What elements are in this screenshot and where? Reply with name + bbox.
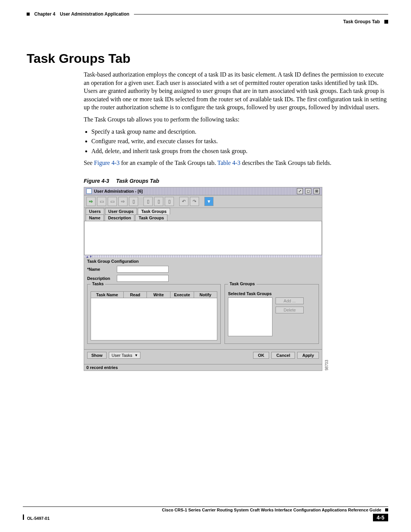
tasks-legend: Tasks — [91, 281, 105, 286]
toolbar-icon[interactable]: ▯ — [165, 197, 174, 206]
tasks-grid-body[interactable] — [91, 298, 217, 340]
running-header: Chapter 4 User Administration Applicatio… — [27, 11, 388, 24]
splitter[interactable]: ▲▼ — [84, 255, 322, 257]
redo-icon[interactable]: ↷ — [190, 197, 199, 206]
list-area[interactable] — [84, 221, 322, 255]
paragraph-1: Task-based authorization employs the con… — [84, 70, 388, 112]
show-dropdown[interactable]: User Tasks ▼ — [109, 352, 140, 359]
titlebar: User Administration - [6] ⤢ ◻ ⊠ — [84, 187, 322, 195]
header-marker — [27, 13, 30, 16]
minimize-icon[interactable]: ⤢ — [297, 188, 303, 194]
add-button[interactable]: Add ... — [276, 297, 304, 304]
toolbar-icon[interactable]: ▯ — [154, 197, 163, 206]
col-name[interactable]: Name — [86, 214, 104, 221]
paragraph-2: The Task Groups tab allows you to perfor… — [84, 115, 388, 124]
undo-icon[interactable]: ↶ — [179, 197, 188, 206]
tasks-grid-header: Task Name Read Write Execute Notify — [91, 291, 217, 298]
task-groups-fieldset: Task Groups Selected Task Groups Add ...… — [225, 284, 319, 344]
table-xref[interactable]: Table 4-3 — [217, 160, 241, 166]
apply-button[interactable]: Apply — [297, 352, 319, 359]
chapter-title: User Administration Application — [60, 11, 129, 17]
bullet-item: Specify a task group name and descriptio… — [91, 128, 388, 136]
toolbar-icon[interactable]: ▯ — [143, 197, 153, 206]
footer-square-icon — [385, 508, 388, 511]
figure-xref[interactable]: Figure 4-3 — [94, 160, 119, 166]
footer-bar-icon — [23, 514, 24, 520]
description-label: Description — [87, 276, 115, 281]
maximize-icon[interactable]: ◻ — [305, 188, 311, 194]
col-task-groups[interactable]: Task Groups — [135, 214, 167, 221]
section-title: Task Groups Tab — [27, 51, 388, 66]
toolbar: ⇨ ▭ ▭ ⇨ ▯ ▯ ▯ ▯ ↶ ↷ ▼ — [84, 195, 322, 208]
tab-strip-main: Users User Groups Task Groups — [84, 208, 322, 214]
column-headers: Name Description Task Groups — [84, 214, 322, 221]
see-line: See Figure 4-3 for an example of the Tas… — [84, 159, 388, 167]
page-footer: Cisco CRS-1 Series Carrier Routing Syste… — [23, 506, 388, 521]
col-read[interactable]: Read — [124, 291, 147, 298]
ok-button[interactable]: OK — [253, 352, 269, 359]
bullet-list: Specify a task group name and descriptio… — [91, 128, 388, 155]
toolbar-icon[interactable]: ▯ — [129, 197, 138, 206]
chapter-label: Chapter 4 — [34, 11, 55, 17]
splitter-handle-icon: ▲▼ — [86, 255, 92, 259]
col-description[interactable]: Description — [105, 214, 135, 221]
col-write[interactable]: Write — [147, 291, 170, 298]
col-execute[interactable]: Execute — [170, 291, 194, 298]
bullet-item: Configure read, write, and execute class… — [91, 137, 388, 145]
close-icon[interactable]: ⊠ — [314, 188, 320, 194]
cancel-button[interactable]: Cancel — [271, 352, 295, 359]
tab-user-groups[interactable]: User Groups — [105, 208, 137, 214]
col-task-name[interactable]: Task Name — [91, 291, 124, 298]
commit-icon[interactable]: ⇨ — [86, 197, 96, 206]
app-screenshot: 98703 User Administration - [6] ⤢ ◻ ⊠ ⇨ … — [84, 187, 322, 371]
filter-icon[interactable]: ▼ — [204, 197, 213, 206]
name-label: *Name — [87, 267, 115, 272]
body-text: Task-based authorization employs the con… — [84, 70, 388, 167]
doc-id: OL-5497-01 — [27, 516, 49, 521]
description-input[interactable] — [117, 275, 169, 282]
image-number: 98703 — [325, 360, 329, 371]
chevron-down-icon: ▼ — [135, 353, 138, 357]
app-icon — [86, 189, 92, 194]
delete-button[interactable]: Delete — [276, 307, 304, 313]
status-bar: 0 record entries — [84, 364, 322, 371]
config-header: Task Group Configuration — [87, 258, 319, 266]
tab-task-groups[interactable]: Task Groups — [138, 208, 170, 214]
task-groups-legend: Task Groups — [228, 281, 256, 286]
toolbar-icon[interactable]: ⇨ — [118, 197, 127, 206]
header-square-icon — [384, 20, 388, 24]
selected-task-groups-label: Selected Task Groups — [228, 291, 315, 296]
page-number: 4-5 — [373, 514, 388, 521]
bullet-item: Add, delete, and inherit task groups fro… — [91, 147, 388, 155]
tasks-fieldset: Tasks Task Name Read Write Execute Notif… — [87, 284, 221, 344]
section-right: Task Groups Tab — [343, 19, 380, 24]
figure-caption: Figure 4-3Task Groups Tab — [84, 178, 388, 184]
toolbar-icon[interactable]: ▭ — [97, 197, 106, 206]
toolbar-icon[interactable]: ▭ — [108, 197, 117, 206]
config-panel: Task Group Configuration *Name Descripti… — [84, 257, 322, 364]
config-footer: Show User Tasks ▼ OK Cancel Apply — [84, 349, 322, 360]
book-title: Cisco CRS-1 Series Carrier Routing Syste… — [162, 508, 381, 512]
window-title: User Administration - [6] — [94, 189, 143, 193]
tab-users[interactable]: Users — [86, 208, 104, 214]
col-notify[interactable]: Notify — [194, 291, 218, 298]
selected-task-groups-list[interactable] — [228, 297, 272, 336]
name-input[interactable] — [117, 266, 169, 273]
show-button[interactable]: Show — [87, 352, 107, 359]
